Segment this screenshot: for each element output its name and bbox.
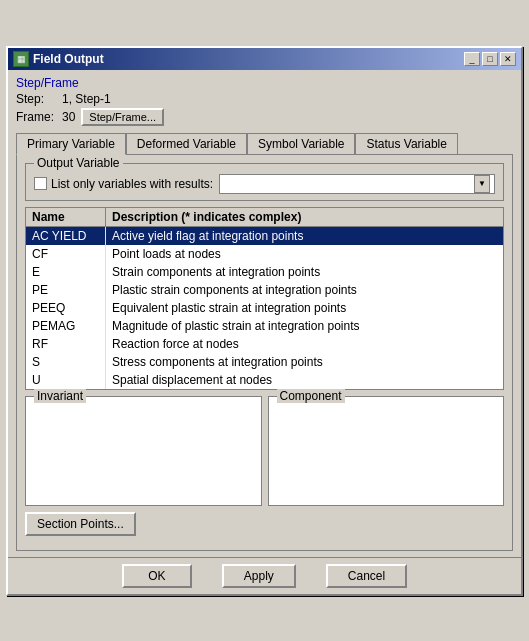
dropdown-arrow-icon[interactable]: ▼	[474, 175, 490, 193]
description-cell: Strain components at integration points	[106, 263, 503, 281]
table-row[interactable]: PEMAG Magnitude of plastic strain at int…	[26, 317, 503, 335]
table-body: AC YIELD Active yield flag at integratio…	[26, 227, 503, 389]
description-cell: Magnitude of plastic strain at integrati…	[106, 317, 503, 335]
output-variable-title: Output Variable	[34, 156, 123, 170]
bottom-panels: Invariant Component	[25, 396, 504, 506]
section-points-button[interactable]: Section Points...	[25, 512, 136, 536]
frame-row: Frame: 30 Step/Frame...	[16, 108, 513, 126]
checkbox-label[interactable]: List only variables with results:	[34, 177, 213, 191]
table-row[interactable]: S Stress components at integration point…	[26, 353, 503, 371]
minimize-button[interactable]: _	[464, 52, 480, 66]
ok-button[interactable]: OK	[122, 564, 192, 588]
title-bar: ▦ Field Output _ □ ✕	[8, 48, 521, 70]
tab-primary-variable[interactable]: Primary Variable	[16, 133, 126, 155]
name-cell: AC YIELD	[26, 227, 106, 245]
step-frame-title: Step/Frame	[16, 76, 513, 90]
name-cell: S	[26, 353, 106, 371]
description-column-header: Description (* indicates complex)	[106, 208, 503, 226]
maximize-button[interactable]: □	[482, 52, 498, 66]
table-row[interactable]: PE Plastic strain components at integrat…	[26, 281, 503, 299]
frame-value: 30	[62, 110, 75, 124]
description-cell: Reaction force at nodes	[106, 335, 503, 353]
title-buttons: _ □ ✕	[464, 52, 516, 66]
name-cell: RF	[26, 335, 106, 353]
step-frame-button[interactable]: Step/Frame...	[81, 108, 164, 126]
description-cell: Spatial displacement at nodes	[106, 371, 503, 389]
table-row[interactable]: PEEQ Equivalent plastic strain at integr…	[26, 299, 503, 317]
filter-dropdown[interactable]: ▼	[219, 174, 495, 194]
description-cell: Plastic strain components at integration…	[106, 281, 503, 299]
table-row[interactable]: AC YIELD Active yield flag at integratio…	[26, 227, 503, 245]
cancel-button[interactable]: Cancel	[326, 564, 407, 588]
invariant-panel: Invariant	[25, 396, 262, 506]
frame-label: Frame:	[16, 110, 56, 124]
window-icon: ▦	[13, 51, 29, 67]
name-cell: CF	[26, 245, 106, 263]
step-frame-section: Step/Frame Step: 1, Step-1 Frame: 30 Ste…	[16, 76, 513, 126]
tab-deformed-variable[interactable]: Deformed Variable	[126, 133, 247, 155]
name-cell: U	[26, 371, 106, 389]
dialog-content: Step/Frame Step: 1, Step-1 Frame: 30 Ste…	[8, 70, 521, 557]
step-label: Step:	[16, 92, 56, 106]
table-row[interactable]: CF Point loads at nodes	[26, 245, 503, 263]
tab-content: Output Variable List only variables with…	[16, 154, 513, 551]
component-title: Component	[277, 389, 345, 403]
table-row[interactable]: E Strain components at integration point…	[26, 263, 503, 281]
list-only-checkbox[interactable]	[34, 177, 47, 190]
component-panel: Component	[268, 396, 505, 506]
output-variable-group: Output Variable List only variables with…	[25, 163, 504, 201]
table-row[interactable]: U Spatial displacement at nodes	[26, 371, 503, 389]
description-cell: Active yield flag at integration points	[106, 227, 503, 245]
name-cell: E	[26, 263, 106, 281]
tabs-container: Primary Variable Deformed Variable Symbo…	[16, 132, 513, 154]
field-output-dialog: ▦ Field Output _ □ ✕ Step/Frame Step: 1,…	[6, 46, 523, 596]
invariant-title: Invariant	[34, 389, 86, 403]
name-column-header: Name	[26, 208, 106, 226]
name-cell: PEMAG	[26, 317, 106, 335]
table-header: Name Description (* indicates complex)	[26, 208, 503, 227]
checkbox-text: List only variables with results:	[51, 177, 213, 191]
description-cell: Stress components at integration points	[106, 353, 503, 371]
description-cell: Equivalent plastic strain at integration…	[106, 299, 503, 317]
apply-button[interactable]: Apply	[222, 564, 296, 588]
window-title: Field Output	[33, 52, 104, 66]
name-cell: PEEQ	[26, 299, 106, 317]
tab-symbol-variable[interactable]: Symbol Variable	[247, 133, 355, 155]
output-variable-row: List only variables with results: ▼	[34, 170, 495, 194]
name-cell: PE	[26, 281, 106, 299]
variables-table: Name Description (* indicates complex) A…	[25, 207, 504, 390]
dialog-buttons: OK Apply Cancel	[8, 557, 521, 594]
step-row: Step: 1, Step-1	[16, 92, 513, 106]
description-cell: Point loads at nodes	[106, 245, 503, 263]
step-value: 1, Step-1	[62, 92, 111, 106]
tab-status-variable[interactable]: Status Variable	[355, 133, 458, 155]
close-button[interactable]: ✕	[500, 52, 516, 66]
table-row[interactable]: RF Reaction force at nodes	[26, 335, 503, 353]
title-bar-left: ▦ Field Output	[13, 51, 104, 67]
